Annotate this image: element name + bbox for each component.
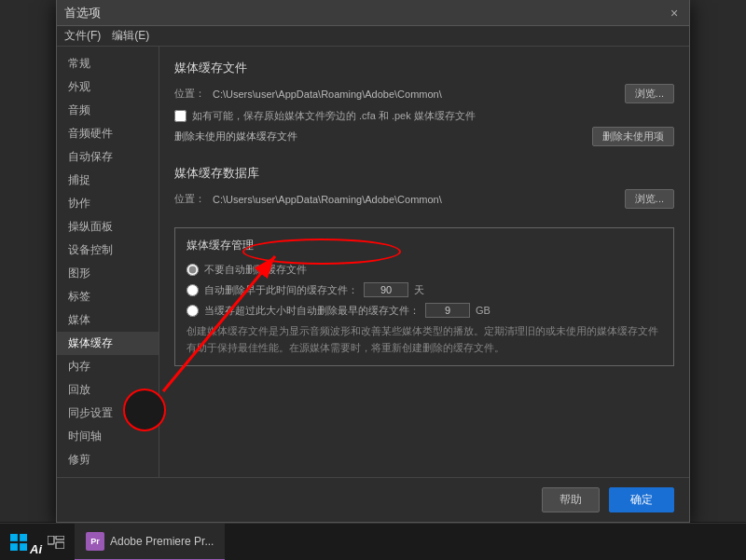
sidebar-item-capture[interactable]: 捕捉 <box>57 169 159 192</box>
sidebar-item-device[interactable]: 设备控制 <box>57 239 159 262</box>
gb-unit: GB <box>476 305 490 316</box>
sidebar-item-trim[interactable]: 修剪 <box>57 448 159 471</box>
windows-icon <box>10 534 27 551</box>
sidebar-item-panel[interactable]: 操纵面板 <box>57 215 159 239</box>
db-path-row: 位置： C:\Users\user\AppData\Roaming\Adobe\… <box>174 189 674 209</box>
menu-file[interactable]: 文件(F) <box>64 28 101 44</box>
svg-rect-5 <box>10 543 18 551</box>
sidebar-item-graphics[interactable]: 图形 <box>57 262 159 285</box>
cache-files-section: 媒体缓存文件 位置： C:\Users\user\AppData\Roaming… <box>174 60 674 152</box>
dialog-footer: 帮助 确定 <box>57 477 689 522</box>
radio-auto-delete-time[interactable] <box>186 284 199 296</box>
sidebar-item-playback[interactable]: 回放 <box>57 378 159 402</box>
db-location-label: 位置： <box>174 192 205 206</box>
taskbar-premiere-label: Adobe Premiere Pr... <box>110 535 214 548</box>
sidebar-item-audio-hardware[interactable]: 音频硬件 <box>57 122 159 145</box>
cache-path-value: C:\Users\user\AppData\Roaming\Adobe\Comm… <box>213 89 617 100</box>
delete-unused-button[interactable]: 删除未使用项 <box>592 127 674 146</box>
task-view-icon <box>48 536 64 549</box>
checkbox-row: 如有可能，保存原始媒体文件旁边的 .cfa 和 .pek 媒体缓存文件 <box>174 109 674 123</box>
sidebar-item-memory[interactable]: 内存 <box>57 355 159 378</box>
sidebar: 常规 外观 音频 音频硬件 自动保存 捕捉 协作 操纵面板 设备控制 图形 标签… <box>57 47 159 477</box>
sidebar-item-audio[interactable]: 音频 <box>57 99 159 122</box>
cache-mgmt-title: 媒体缓存管理 <box>186 238 662 253</box>
sidebar-item-labels[interactable]: 标签 <box>57 285 159 308</box>
dialog-backdrop: 首选项 × 文件(F) 编辑(E) 常规 外观 音频 音频硬件 自动保存 捕捉 … <box>0 0 746 522</box>
radio3-label: 当缓存超过此大小时自动删除最早的缓存文件： <box>204 304 420 318</box>
taskbar: Pr Adobe Premiere Pr... Ai <box>0 523 746 560</box>
cache-mgmt-section: 媒体缓存管理 不要自动删除缓存文件 自动删除早于此时间的缓存文件： 天 当缓存超… <box>174 227 674 366</box>
cache-description: 创建媒体缓存文件是为显示音频波形和改善某些媒体类型的播放。定期清理旧的或未使用的… <box>186 323 662 356</box>
task-view-button[interactable] <box>37 524 75 561</box>
svg-rect-4 <box>20 534 27 541</box>
database-section: 媒体缓存数据库 位置： C:\Users\user\AppData\Roamin… <box>174 165 674 214</box>
gb-input[interactable] <box>425 303 470 318</box>
radio-auto-delete-size[interactable] <box>186 305 199 317</box>
sidebar-item-collab[interactable]: 协作 <box>57 192 159 215</box>
checkbox-label: 如有可能，保存原始媒体文件旁边的 .cfa 和 .pek 媒体缓存文件 <box>192 109 476 123</box>
preferences-dialog: 首选项 × 文件(F) 编辑(E) 常规 外观 音频 音频硬件 自动保存 捕捉 … <box>56 0 690 523</box>
dialog-title: 首选项 <box>64 5 101 21</box>
sidebar-item-sync[interactable]: 同步设置 <box>57 402 159 425</box>
db-browse-button[interactable]: 浏览... <box>625 189 674 209</box>
svg-rect-6 <box>20 543 27 551</box>
svg-rect-9 <box>56 542 64 549</box>
location-label: 位置： <box>174 87 205 101</box>
dialog-body: 常规 外观 音频 音频硬件 自动保存 捕捉 协作 操纵面板 设备控制 图形 标签… <box>57 47 689 477</box>
sidebar-item-autosave[interactable]: 自动保存 <box>57 145 159 169</box>
svg-rect-7 <box>48 536 54 544</box>
taskbar-premiere-item[interactable]: Pr Adobe Premiere Pr... <box>75 524 225 561</box>
dialog-titlebar: 首选项 × <box>57 0 689 26</box>
radio2-label: 自动删除早于此时间的缓存文件： <box>204 283 358 297</box>
dialog-menubar: 文件(F) 编辑(E) <box>57 26 689 47</box>
radio-row-2: 自动删除早于此时间的缓存文件： 天 <box>186 282 662 297</box>
ok-button[interactable]: 确定 <box>609 487 674 512</box>
menu-edit[interactable]: 编辑(E) <box>112 28 149 44</box>
svg-rect-3 <box>10 534 18 541</box>
radio1-label: 不要自动删除缓存文件 <box>204 263 307 277</box>
cache-browse-button[interactable]: 浏览... <box>625 84 674 103</box>
premiere-icon: Pr <box>86 532 104 551</box>
sidebar-item-timeline[interactable]: 时间轴 <box>57 425 159 448</box>
cache-path-row: 位置： C:\Users\user\AppData\Roaming\Adobe\… <box>174 84 674 103</box>
radio-no-delete[interactable] <box>186 264 199 276</box>
save-beside-checkbox[interactable] <box>174 110 186 122</box>
sidebar-item-media[interactable]: 媒体 <box>57 308 159 332</box>
sidebar-item-general[interactable]: 常规 <box>57 52 159 75</box>
radio-row-1: 不要自动删除缓存文件 <box>186 263 662 277</box>
svg-rect-8 <box>56 536 64 540</box>
days-unit: 天 <box>414 283 424 297</box>
close-button[interactable]: × <box>667 6 682 20</box>
radio-row-3: 当缓存超过此大小时自动删除最早的缓存文件： GB <box>186 303 662 318</box>
taskbar-ai-label: Ai <box>30 542 42 556</box>
delete-row: 删除未使用的媒体缓存文件 删除未使用项 <box>174 127 674 146</box>
days-input[interactable] <box>364 282 408 297</box>
db-path-value: C:\Users\user\AppData\Roaming\Adobe\Comm… <box>213 194 617 205</box>
database-title: 媒体缓存数据库 <box>174 165 674 182</box>
help-button[interactable]: 帮助 <box>542 487 600 512</box>
main-content: 媒体缓存文件 位置： C:\Users\user\AppData\Roaming… <box>159 47 689 477</box>
sidebar-item-media-cache[interactable]: 媒体缓存 <box>57 332 159 355</box>
delete-unused-label: 删除未使用的媒体缓存文件 <box>174 130 577 143</box>
cache-files-title: 媒体缓存文件 <box>174 60 674 76</box>
sidebar-item-appearance[interactable]: 外观 <box>57 75 159 99</box>
